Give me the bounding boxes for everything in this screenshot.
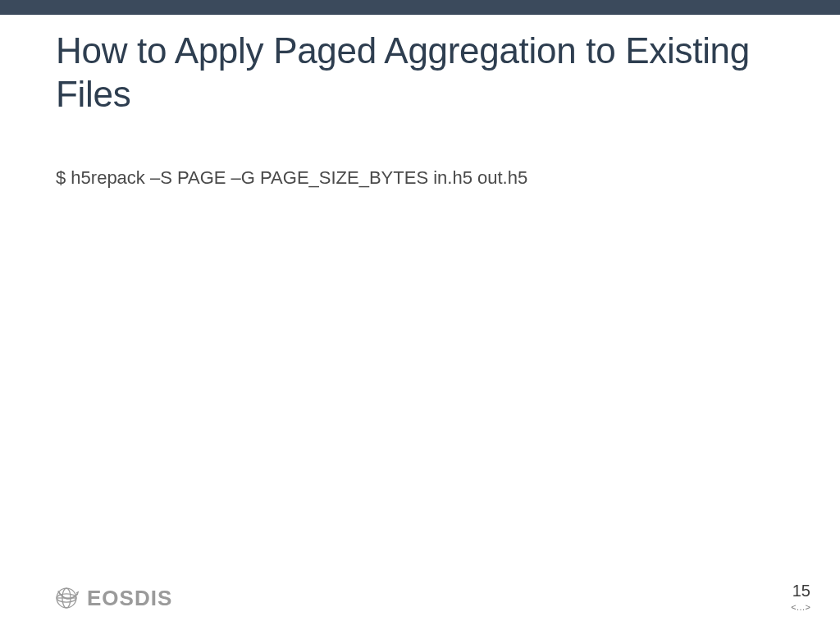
slide-title: How to Apply Paged Aggregation to Existi… (56, 30, 784, 116)
slide-top-bar (0, 0, 840, 15)
page-number: 15 (791, 582, 810, 600)
globe-icon (52, 584, 80, 612)
logo-text: EOSDIS (87, 586, 172, 611)
nav-hint: <…> (791, 602, 810, 612)
page-number-area: 15 <…> (791, 582, 810, 612)
command-line: $ h5repack –S PAGE –G PAGE_SIZE_BYTES in… (56, 167, 784, 189)
slide-footer: EOSDIS 15 <…> (0, 582, 840, 612)
slide-content: How to Apply Paged Aggregation to Existi… (0, 15, 840, 189)
logo: EOSDIS (52, 584, 172, 612)
